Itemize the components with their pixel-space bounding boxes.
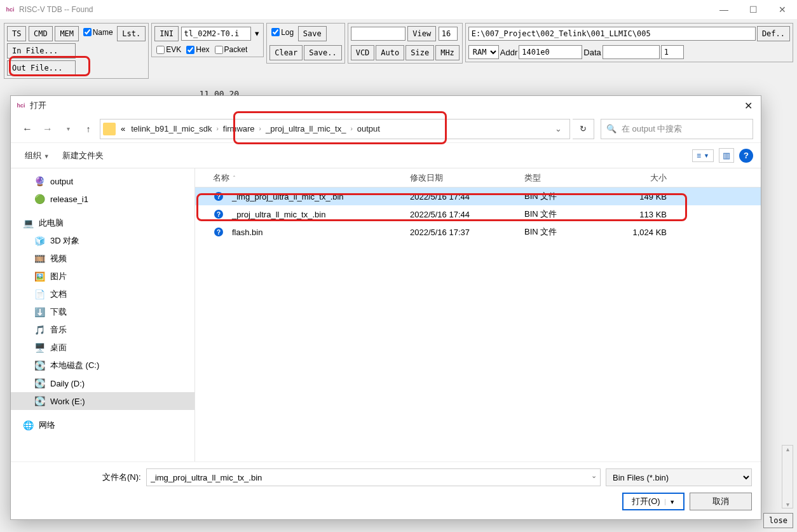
scrollbar-vertical[interactable]: ▴▾ bbox=[782, 445, 793, 508]
filename-label: 文件名(N): bbox=[20, 472, 141, 483]
nav-back-button[interactable]: ← bbox=[18, 120, 36, 138]
nav-up-button[interactable]: ↑ bbox=[79, 120, 97, 138]
nav-item-label: 本地磁盘 (C:) bbox=[50, 360, 99, 371]
nav-item[interactable]: 💽Daily (D:) bbox=[11, 374, 194, 392]
new-folder-button[interactable]: 新建文件夹 bbox=[56, 150, 110, 161]
vcd-button[interactable]: VCD bbox=[351, 45, 375, 60]
ts-button[interactable]: TS bbox=[7, 26, 26, 41]
data-input[interactable] bbox=[603, 45, 660, 59]
file-list[interactable]: ?_img_proj_ultra_ll_mic_tx_.bin2022/5/16… bbox=[195, 188, 761, 461]
nav-item[interactable]: 💻此电脑 bbox=[11, 214, 194, 232]
chevron-right-icon[interactable]: › bbox=[258, 125, 262, 132]
nav-item[interactable]: ⬇️下载 bbox=[11, 303, 194, 321]
file-row[interactable]: ?_proj_ultra_ll_mic_tx_.bin2022/5/16 17:… bbox=[195, 205, 761, 223]
search-placeholder: 在 output 中搜索 bbox=[622, 123, 682, 135]
nav-item[interactable]: 🎵音乐 bbox=[11, 321, 194, 339]
view-blank-input[interactable] bbox=[351, 27, 405, 41]
log-check[interactable]: Log bbox=[269, 28, 296, 37]
mhz-button[interactable]: MHz bbox=[435, 45, 460, 60]
one-input[interactable] bbox=[661, 45, 684, 59]
clear-button[interactable]: Clear bbox=[269, 45, 303, 60]
chevron-right-icon[interactable]: › bbox=[349, 125, 353, 132]
file-date: 2022/5/16 17:44 bbox=[405, 192, 519, 201]
file-row[interactable]: ?_img_proj_ultra_ll_mic_tx_.bin2022/5/16… bbox=[195, 188, 761, 205]
ini-button[interactable]: INI bbox=[154, 26, 179, 41]
nav-forward-button[interactable]: → bbox=[39, 120, 57, 138]
name-check[interactable]: Name bbox=[81, 28, 115, 37]
nav-item[interactable]: 🧊3D 对象 bbox=[11, 232, 194, 250]
out-file-button[interactable]: Out File... bbox=[7, 60, 76, 76]
lst-button[interactable]: Lst. bbox=[117, 26, 146, 41]
col-size[interactable]: 大小 bbox=[615, 172, 672, 184]
navigation-pane[interactable]: 🔮output🟢release_i1💻此电脑🧊3D 对象🎞️视频🖼️图片📄文档⬇… bbox=[11, 168, 195, 461]
col-name[interactable]: 名称ˆ bbox=[208, 172, 405, 184]
breadcrumb-seg-2[interactable]: _proj_ultra_ll_mic_tx_ bbox=[262, 120, 349, 138]
file-type: BIN 文件 bbox=[519, 208, 615, 220]
breadcrumb-ellipsis[interactable]: « bbox=[118, 124, 128, 133]
app-icon: hci bbox=[5, 4, 15, 15]
file-date: 2022/5/16 17:44 bbox=[405, 210, 519, 219]
preview-pane-button[interactable]: ▥ bbox=[719, 148, 734, 163]
chevron-right-icon[interactable]: › bbox=[215, 125, 219, 132]
ini-input[interactable] bbox=[181, 27, 251, 41]
view-mode-dropdown[interactable]: ≡▼ bbox=[692, 149, 714, 162]
nav-item[interactable]: 🎞️视频 bbox=[11, 250, 194, 268]
maximize-button[interactable]: ☐ bbox=[739, 0, 768, 19]
dialog-close-button[interactable]: ✕ bbox=[735, 96, 761, 115]
nav-item[interactable]: 📄文档 bbox=[11, 285, 194, 303]
path-input[interactable] bbox=[468, 27, 756, 41]
filename-input[interactable] bbox=[146, 468, 601, 486]
minimize-button[interactable]: — bbox=[709, 0, 739, 19]
dialog-titlebar: hci 打开 ✕ bbox=[11, 96, 761, 115]
evk-check[interactable]: EVK bbox=[154, 45, 183, 54]
nav-item[interactable]: 🖼️图片 bbox=[11, 268, 194, 285]
column-headers[interactable]: 名称ˆ 修改日期 类型 大小 bbox=[195, 168, 761, 188]
auto-button[interactable]: Auto bbox=[376, 45, 404, 60]
breadcrumb-seg-1[interactable]: firmware bbox=[220, 120, 258, 138]
preview-icon: ▥ bbox=[723, 151, 730, 160]
nav-item[interactable]: 💽本地磁盘 (C:) bbox=[11, 357, 194, 374]
cancel-button[interactable]: 取消 bbox=[690, 493, 752, 510]
toolbar-group-5: Def.. RAM Addr Data bbox=[465, 23, 793, 62]
data-label: Data bbox=[583, 48, 601, 57]
file-row[interactable]: ?flash.bin2022/5/16 17:37BIN 文件1,024 KB bbox=[195, 223, 761, 241]
hex-check[interactable]: Hex bbox=[184, 45, 211, 54]
col-type[interactable]: 类型 bbox=[519, 172, 615, 184]
cmd-button[interactable]: CMD bbox=[29, 26, 53, 41]
lose-button[interactable]: lose bbox=[763, 513, 793, 528]
search-input[interactable]: 🔍 在 output 中搜索 bbox=[601, 119, 753, 139]
address-dropdown-icon[interactable]: ⌄ bbox=[550, 124, 567, 133]
breadcrumb-seg-0[interactable]: telink_b91_ll_mic_sdk bbox=[128, 120, 215, 138]
nav-item[interactable]: 🖥️桌面 bbox=[11, 339, 194, 357]
in-file-button[interactable]: In File... bbox=[7, 43, 76, 58]
refresh-button[interactable]: ↻ bbox=[573, 119, 594, 139]
mem-button[interactable]: MEM bbox=[55, 26, 79, 41]
packet-check[interactable]: Packet bbox=[213, 45, 250, 54]
breadcrumb-seg-3[interactable]: output bbox=[354, 120, 383, 138]
file-name: _proj_ultra_ll_mic_tx_.bin bbox=[232, 210, 325, 219]
def-button[interactable]: Def.. bbox=[757, 26, 790, 41]
save2-button[interactable]: Save.. bbox=[304, 45, 341, 60]
address-bar[interactable]: « telink_b91_ll_mic_sdk › firmware › _pr… bbox=[100, 119, 570, 139]
filename-dropdown-icon[interactable]: ⌄ bbox=[591, 472, 597, 480]
nav-item[interactable]: 💽Work (E:) bbox=[11, 392, 194, 410]
open-button[interactable]: 打开(O) ▼ bbox=[622, 493, 685, 510]
view-button[interactable]: View bbox=[407, 26, 436, 41]
help-button[interactable]: ? bbox=[739, 149, 753, 163]
nav-item-icon: 🔮 bbox=[34, 175, 45, 187]
addr-input[interactable] bbox=[519, 45, 582, 59]
view-input[interactable] bbox=[439, 27, 458, 41]
nav-item[interactable]: 🌐网络 bbox=[11, 416, 194, 434]
close-button[interactable]: ✕ bbox=[768, 0, 797, 19]
addr-label: Addr bbox=[500, 48, 517, 57]
nav-item[interactable]: 🔮output bbox=[11, 172, 194, 190]
nav-item[interactable]: 🟢release_i1 bbox=[11, 190, 194, 208]
ram-select[interactable]: RAM bbox=[468, 45, 499, 59]
save-button[interactable]: Save bbox=[298, 26, 327, 41]
col-date[interactable]: 修改日期 bbox=[405, 172, 519, 184]
size-button[interactable]: Size bbox=[405, 45, 434, 60]
nav-recent-dropdown[interactable]: ▾ bbox=[59, 120, 77, 138]
organize-menu[interactable]: 组织 ▼ bbox=[18, 150, 56, 161]
filetype-select[interactable]: Bin Files (*.bin) bbox=[606, 468, 752, 486]
toolbar-group-4: View VCD Auto Size MHz bbox=[348, 23, 463, 64]
